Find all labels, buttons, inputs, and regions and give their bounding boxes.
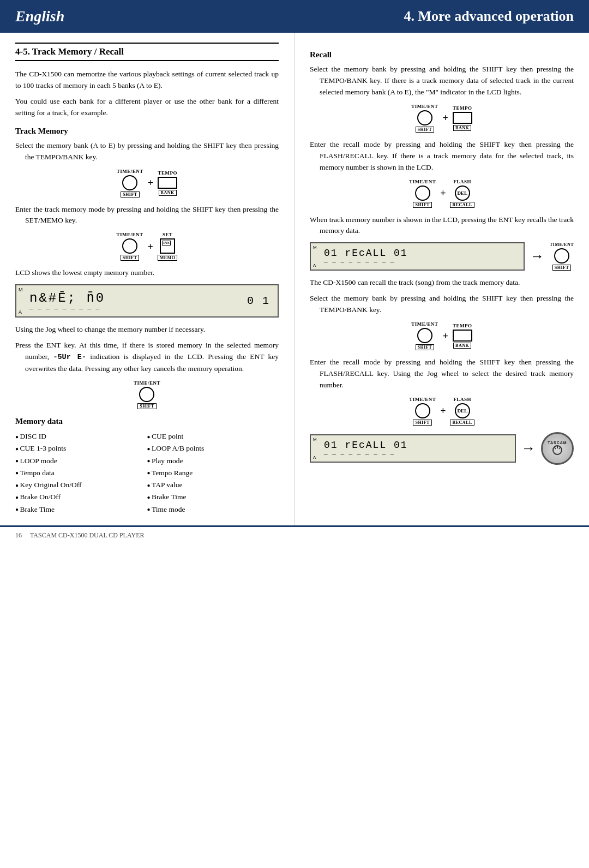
memory-data-lists: DISC ID CUE 1-3 points LOOP mode Tempo d…: [15, 430, 279, 516]
lcd-corner-m: M: [19, 287, 24, 292]
plus-1: +: [148, 178, 153, 188]
recall-btn-diagram-3: TIME/ENT SHIFT + TEMPO BANK: [310, 321, 574, 350]
recall-tempo-rect-1: [453, 112, 472, 124]
mem-item-loop-mode: LOOP mode: [15, 455, 147, 467]
lcd-recall-display-1: M 01 rEcALL 01 — — — — — — — — — A: [310, 242, 525, 271]
lcd-inner: n&#Ē; n̄0 — — — — — — — — —: [24, 290, 247, 312]
recall-flash-top-2: FLASH: [453, 397, 471, 402]
lcd-dashes-r2: — — — — — — — — —: [324, 451, 394, 457]
left-column: 4-5. Track Memory / Recall The CD-X1500 …: [0, 33, 294, 525]
lcd-dashes-1: — — — — — — — — —: [29, 306, 100, 312]
lcd-corner-m-r1: M: [313, 245, 318, 250]
recall-step-3: When track memory number is shown in the…: [310, 214, 574, 237]
recall-bank-bottom-3: BANK: [453, 343, 471, 349]
memory-list-col2: CUE point LOOP A/B points Play mode Temp…: [147, 430, 279, 516]
recall-flash-recall-2: FLASH DEL RECALL: [450, 397, 474, 426]
mem-item-tempo-data: Tempo data: [15, 467, 147, 479]
mem-item-key-orig: Key Original On/Off: [15, 479, 147, 491]
recall-sub-step-1: Select the memory bank by pressing and h…: [310, 293, 574, 316]
page-number: 16: [15, 531, 22, 539]
sure-text: -5Ur E-: [53, 353, 86, 361]
lcd-recall-text-1: 01 rEcALL 01: [324, 248, 408, 259]
mem-item-tap: TAP value: [147, 479, 279, 491]
recall-steps-sub: Select the memory bank by pressing and h…: [310, 293, 574, 316]
recall-tempo-top-1: TEMPO: [453, 105, 472, 111]
recall-flash-circle-2: DEL: [455, 403, 470, 418]
mem-item-brake-time2: Brake Time: [147, 491, 279, 503]
lcd-ne-n0: M n&#Ē; n̄0 — — — — — — — — — 0 1 A: [15, 284, 279, 318]
lcd-text-ne: n&#Ē; n̄0: [29, 290, 105, 306]
button-diagram-3: TIME/ENT SHIFT: [15, 380, 279, 409]
recall-time-circle-2: [415, 185, 430, 201]
lcd-recall-2: M 01 rEcALL 01 — — — — — — — — — A → TAS…: [310, 432, 574, 465]
lcd-recall-display-2: M 01 rEcALL 01 — — — — — — — — — A: [310, 434, 516, 463]
time-ent-circle: [122, 175, 137, 190]
time-ent-btn-group-2: TIME/ENT SHIFT: [117, 232, 143, 261]
recall-para-1: The CD-X1500 can recall the track (song)…: [310, 277, 574, 289]
tascam-brand-text: TASCAM: [548, 441, 567, 445]
del-label: DEL: [457, 190, 467, 196]
time-ent-label-top-2: TIME/ENT: [117, 232, 143, 237]
tascam-knob-icon: [549, 445, 566, 456]
time-ent-single: TIME/ENT SHIFT: [134, 380, 160, 409]
recall-flash-recall: FLASH DEL RECALL: [450, 179, 474, 208]
product-name: TASCAM CD-X1500 DUAL CD PLAYER: [30, 531, 145, 539]
tempo-label-top: TEMPO: [158, 170, 177, 176]
button-diagram-2: TIME/ENT SHIFT + SET INS MEMO: [15, 232, 279, 261]
recall-time-ent-4: TIME/ENT SHIFT: [409, 397, 436, 426]
arrow-right-1: →: [530, 248, 544, 265]
recall-plus-4: +: [440, 406, 446, 416]
lcd-inner-r1: 01 rEcALL 01 — — — — — — — — —: [318, 248, 516, 265]
track-memory-steps-3: LCD shows the lowest empty memory number…: [15, 267, 279, 279]
recall-flash-circle: DEL: [455, 185, 470, 201]
recall-shift-bottom-4: SHIFT: [413, 420, 432, 426]
time-ent-single-circle: [139, 387, 154, 402]
page-header: English 4. More advanced operation: [0, 0, 589, 33]
mem-item-time-mode: Time mode: [147, 504, 279, 516]
recall-sub-step-2: Enter the recall mode by pressing and ho…: [310, 357, 574, 391]
mem-item-brake-time1: Brake Time: [15, 504, 147, 516]
mem-item-brake-onoff: Brake On/Off: [15, 491, 147, 503]
time-ent-label-top: TIME/ENT: [117, 169, 143, 174]
mem-item-cue13: CUE 1-3 points: [15, 442, 147, 454]
memo-label-bottom: MEMO: [158, 255, 178, 261]
chapter-title: 4. More advanced operation: [404, 8, 574, 25]
button-diagram-1: TIME/ENT SHIFT + TEMPO BANK: [15, 169, 279, 197]
set-memo-rect: INS: [160, 238, 175, 254]
mem-item-tempo-range: Tempo Range: [147, 467, 279, 479]
lcd-number: 0 1: [247, 295, 270, 307]
mem-item-disc-id: DISC ID: [15, 430, 147, 442]
recall-time-ent-top-1: TIME/ENT: [411, 104, 438, 109]
shift-label-bottom: SHIFT: [121, 191, 140, 197]
recall-btn-diagram-2: TIME/ENT SHIFT + FLASH DEL RECALL: [310, 179, 574, 208]
mem-item-loop-ab: LOOP A/B points: [147, 442, 279, 454]
time-ent-after-lcd: TIME/ENT SHIFT: [550, 242, 574, 271]
recall-steps-3: When track memory number is shown in the…: [310, 214, 574, 237]
recall-time-circle-3: [417, 328, 432, 343]
recall-flash-top: FLASH: [453, 179, 471, 184]
recall-time-ent-top-4: TIME/ENT: [409, 397, 436, 402]
del-label-2: DEL: [457, 408, 467, 414]
shift-label-bottom-2: SHIFT: [121, 255, 140, 261]
lcd-inner-r2: 01 rEcALL 01 — — — — — — — — —: [318, 440, 507, 457]
recall-step-1: Select the memory bank by pressing and h…: [310, 64, 574, 98]
track-memory-step-5: Press the ENT key. At this time, if ther…: [15, 340, 279, 375]
section-title: 4-5. Track Memory / Recall: [15, 46, 279, 57]
plus-2: +: [148, 242, 153, 252]
recall-plus-3: +: [442, 331, 448, 341]
lcd-corner-a-r2: A: [313, 455, 317, 460]
right-column: Recall Select the memory bank by pressin…: [294, 33, 589, 525]
set-memo-btn-group: SET INS MEMO: [158, 232, 178, 261]
track-memory-steps: Select the memory bank (A to E) by press…: [15, 140, 279, 163]
recall-plus-2: +: [440, 188, 446, 198]
recall-btn-diagram-1: TIME/ENT SHIFT + TEMPO BANK: [310, 104, 574, 133]
lcd-corner-a-r1: A: [313, 263, 317, 268]
recall-tempo-rect-3: [453, 330, 472, 342]
track-memory-step-4: Using the Jog wheel to change the memory…: [15, 324, 279, 336]
track-memory-step-3: LCD shows the lowest empty memory number…: [15, 267, 279, 279]
recall-time-ent-top-3: TIME/ENT: [411, 321, 438, 327]
arrow-right-2: →: [521, 440, 536, 457]
recall-recall-bottom-2: RECALL: [450, 420, 474, 426]
recall-time-ent-2: TIME/ENT SHIFT: [409, 179, 436, 208]
recall-time-ent-top-2: TIME/ENT: [409, 179, 436, 184]
